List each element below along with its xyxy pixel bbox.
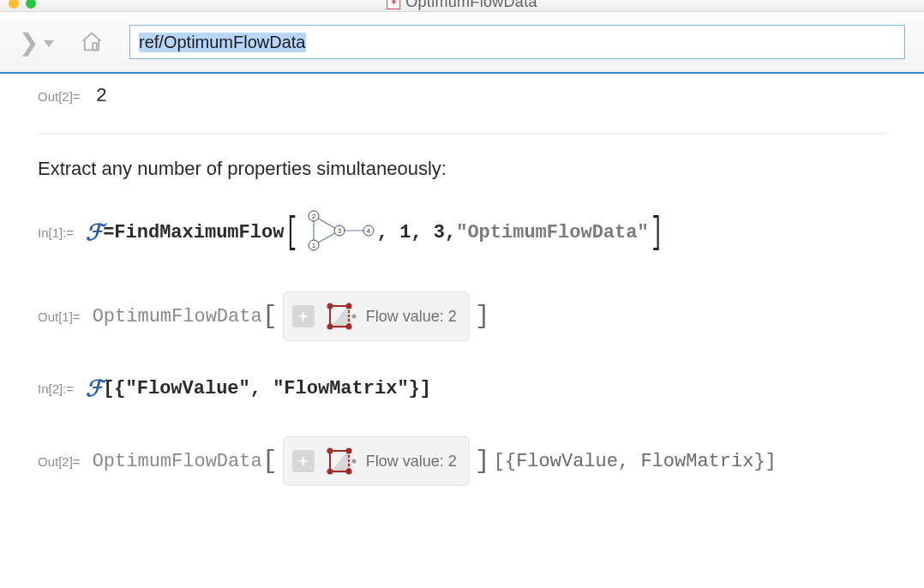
svg-point-28: [327, 448, 333, 454]
in2-body: [{"FlowValue", "FlowMatrix"}]: [103, 378, 431, 399]
summary-box-out1[interactable]: + Flow value: 2: [283, 291, 470, 341]
output-cell-1: Out[1]= OptimumFlowData [ + Flow value: …: [38, 291, 886, 341]
home-button[interactable]: [80, 30, 104, 54]
out1-head: OptimumFlowData: [93, 306, 262, 327]
io-label-out2-prev: Out[2]=: [38, 89, 81, 104]
io-label-in2: In[2]:=: [38, 381, 74, 396]
args-tail: , 1, 3,: [377, 222, 456, 243]
out2-tail: [{FlowValue, FlowMatrix}]: [494, 451, 777, 472]
address-value: ref/OptimumFlowData: [139, 33, 306, 52]
right-bracket-thin: ]: [475, 302, 490, 331]
svg-text:1: 1: [312, 242, 316, 249]
left-bracket-thin: [: [262, 302, 278, 331]
flow-value-label-out1: Flow value: 2: [366, 308, 457, 326]
flow-graph-icon: [323, 444, 357, 478]
io-label-out1: Out[1]=: [38, 309, 81, 324]
input-cell-1[interactable]: In[1]:= ℱ = FindMaximumFlow [ 2 1 3 4 , …: [38, 207, 886, 257]
eq-sign: =: [103, 222, 114, 243]
expand-button[interactable]: +: [292, 305, 315, 327]
expand-button-2[interactable]: +: [292, 450, 315, 472]
svg-point-32: [351, 459, 356, 464]
dropdown-triangle-icon: [44, 40, 54, 47]
symbol-F-in2: ℱ: [86, 375, 103, 402]
svg-point-20: [345, 303, 351, 309]
io-label-out2: Out[2]=: [38, 454, 81, 469]
right-bracket-icon: ]: [651, 223, 663, 242]
input-cell-2[interactable]: In[2]:= ℱ [{"FlowValue", "FlowMatrix"}]: [38, 375, 886, 402]
plus-icon: +: [298, 453, 308, 471]
output-cell-2: Out[2]= OptimumFlowData [ + Flow value: …: [38, 436, 886, 486]
summary-box-out2[interactable]: + Flow value: 2: [283, 436, 470, 486]
inline-graph-icon: 2 1 3 4: [302, 207, 375, 257]
svg-point-22: [351, 315, 356, 319]
address-input[interactable]: ref/OptimumFlowData: [129, 25, 905, 59]
svg-point-31: [345, 469, 351, 475]
tab-title: OptimumFlowData: [405, 0, 537, 11]
window-titlebar: ✶ OptimumFlowData: [0, 0, 924, 12]
svg-point-18: [327, 303, 333, 309]
string-arg-ofd: "OptimumFlowData": [456, 222, 648, 243]
cell-separator: [38, 133, 886, 134]
wolfram-doc-icon: ✶: [387, 0, 400, 9]
prev-output-row: Out[2]= 2: [38, 86, 886, 107]
document-body: Out[2]= 2 Extract any number of properti…: [0, 74, 924, 536]
svg-point-19: [327, 324, 333, 330]
traffic-lights: [9, 0, 36, 9]
flow-value-label-out2: Flow value: 2: [366, 453, 457, 471]
out2-head: OptimumFlowData: [93, 451, 262, 472]
svg-point-21: [345, 324, 351, 330]
fn-name-findmaxflow: FindMaximumFlow: [114, 222, 284, 243]
home-icon: [80, 30, 104, 54]
zoom-button[interactable]: [26, 0, 36, 9]
back-history-button[interactable]: ❯: [19, 28, 54, 57]
left-bracket-icon: [: [285, 223, 298, 242]
io-value-out2-prev: 2: [96, 86, 107, 107]
window-tab[interactable]: ✶ OptimumFlowData: [387, 0, 537, 11]
right-bracket-thin-2: ]: [475, 447, 490, 476]
chevron-right-icon: ❯: [19, 28, 39, 57]
flow-graph-icon: [323, 299, 357, 333]
svg-point-29: [327, 469, 333, 475]
plus-icon: +: [298, 308, 308, 326]
svg-text:2: 2: [312, 213, 316, 220]
toolbar: ❯ ref/OptimumFlowData: [0, 12, 924, 74]
symbol-F-in1: ℱ: [86, 219, 103, 246]
io-label-in1: In[1]:=: [38, 225, 74, 240]
minimize-button[interactable]: [9, 0, 19, 9]
svg-text:4: 4: [367, 227, 371, 235]
left-bracket-thin-2: [: [262, 447, 278, 476]
section-description: Extract any number of properties simulta…: [38, 158, 886, 180]
svg-text:3: 3: [338, 227, 342, 235]
svg-point-30: [345, 448, 351, 454]
svg-rect-0: [93, 43, 97, 50]
